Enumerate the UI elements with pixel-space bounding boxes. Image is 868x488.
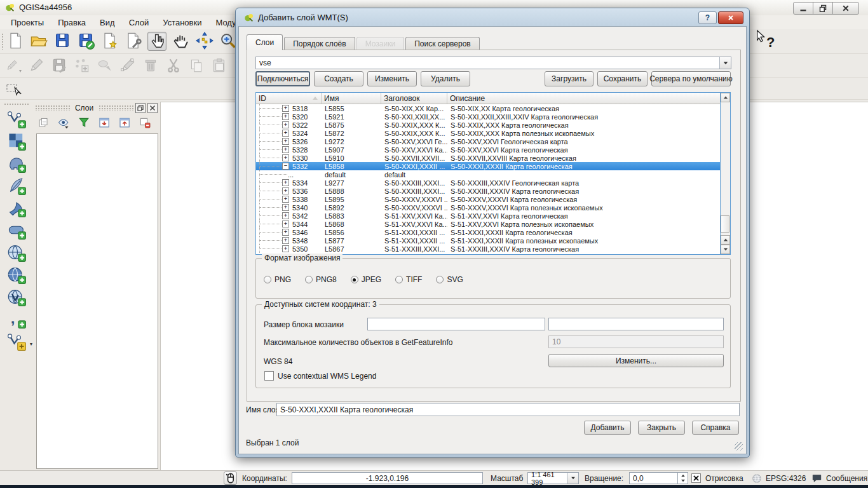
tab-layers[interactable]: Слои xyxy=(247,34,283,50)
help-dialog-button[interactable]: Справка xyxy=(692,421,739,435)
expand-node-icon[interactable]: + xyxy=(282,229,289,236)
expand-node-icon[interactable]: + xyxy=(282,220,289,227)
table-row-layer-5342[interactable]: +5342L5883S-51-XXV,XXVI Ка...S-51-XXV,XX… xyxy=(256,212,720,220)
menu-item-projects[interactable]: Проекты xyxy=(4,17,51,29)
restore-window-button[interactable] xyxy=(813,2,833,15)
add-raster-layer-button[interactable] xyxy=(7,132,26,151)
panel-drag-area[interactable] xyxy=(98,105,133,111)
dialog-help-button[interactable]: ? xyxy=(698,11,717,24)
radio-icon[interactable] xyxy=(395,276,403,283)
table-row-layer-5348[interactable]: +5348L5877S-51-XXXI,XXXII ...S-51-XXXI,X… xyxy=(256,236,720,245)
minimize-window-button[interactable] xyxy=(793,2,813,15)
table-row-layer-5330[interactable]: +5330L5910S-50-XXVII,XXVII...S-50-XXVII,… xyxy=(256,154,720,162)
touch-zoom-and-pan-button[interactable] xyxy=(147,32,166,51)
collapse-node-icon[interactable]: − xyxy=(282,163,289,170)
table-row-layer-5332[interactable]: −5332L5858S-50-XXXI,XXXII ...S-50-XXXI,X… xyxy=(256,162,720,170)
format-radio-png[interactable]: PNG xyxy=(264,275,291,284)
server-connection-select[interactable]: vse xyxy=(255,57,731,69)
add-oracle-layer-button[interactable] xyxy=(7,220,26,240)
tab-server-search[interactable]: Поиск серверов xyxy=(405,37,480,50)
table-row-layer-5346[interactable]: +5346L5856S-51-XXXI,XXXII ...S-51-XXXI,X… xyxy=(256,228,720,236)
toggle-editing-button[interactable] xyxy=(28,57,44,74)
table-row-layer-5344[interactable]: +5344L5868S-51-XXV,XXVI Ка...S-51-XXV,XX… xyxy=(256,220,720,228)
expand-node-icon[interactable]: + xyxy=(282,245,289,252)
table-row-layer-5338[interactable]: +5338L5895S-50-XXXV,XXXVI ...S-50-XXXV,X… xyxy=(256,195,720,203)
expand-all-button[interactable] xyxy=(98,117,111,129)
render-checkbox[interactable] xyxy=(691,473,701,483)
add-wcs-layer-button[interactable] xyxy=(7,265,26,284)
table-row-layer-5320[interactable]: +5320L5921S-50-XXI,XXII,XX...S-50-XXI,XX… xyxy=(256,112,720,121)
expand-node-icon[interactable]: + xyxy=(282,121,289,128)
table-row-layer-5318[interactable]: +5318L5855S-50-XIX,XX Кар...S-50-XIX,XX … xyxy=(256,104,720,112)
save-project-button[interactable] xyxy=(53,32,71,50)
new-shapefile-layer-button[interactable]: ▾ xyxy=(7,332,26,351)
format-radio-svg[interactable]: SVG xyxy=(436,275,463,284)
toolbar-handle[interactable] xyxy=(4,103,29,105)
coordinate-capture-button[interactable] xyxy=(224,471,237,485)
load-servers-button[interactable]: Загрузить xyxy=(545,71,593,86)
add-delimited-text-layer-button[interactable]: , xyxy=(7,309,26,329)
expand-node-icon[interactable]: + xyxy=(282,196,289,203)
expand-node-icon[interactable]: + xyxy=(282,179,289,186)
node-tool-button[interactable] xyxy=(119,57,136,74)
layers-tree-area[interactable] xyxy=(36,133,158,469)
panel-drag-area[interactable] xyxy=(35,105,70,111)
rotation-spinbox[interactable]: 0,0 xyxy=(629,472,688,484)
close-dialog-button[interactable]: Закрыть xyxy=(638,421,685,435)
add-postgis-layer-button[interactable] xyxy=(7,154,26,173)
layer-name-input[interactable]: S-50-XXXI,XXXII Карта геологическая xyxy=(276,403,740,416)
new-button[interactable]: Создать xyxy=(314,71,363,86)
open-project-button[interactable] xyxy=(30,32,48,50)
tab-tilesets[interactable]: Мозаики xyxy=(356,37,405,50)
new-project-button[interactable] xyxy=(6,32,24,50)
chevron-down-icon[interactable] xyxy=(719,57,731,69)
copy-features-button[interactable] xyxy=(188,57,205,74)
add-vector-layer-button[interactable] xyxy=(7,109,26,128)
toolbar-handle[interactable] xyxy=(1,33,4,50)
table-row-layer-5340[interactable]: +5340L5892S-50-XXXV,XXXVI ...S-50-XXXV,X… xyxy=(256,203,720,212)
table-row-layer-5334[interactable]: +5334L9277S-50-XXXIII,XXXI...S-50-XXXIII… xyxy=(256,179,720,187)
crs-status-button[interactable]: EPSG:4326 xyxy=(752,471,806,485)
expand-node-icon[interactable]: + xyxy=(282,237,289,244)
scroll-down-button[interactable] xyxy=(721,245,730,254)
table-row-layer-5326[interactable]: +5326L9272S-50-XXV,XXVI Ге...S-50-XXV,XX… xyxy=(256,137,720,146)
save-layer-edits-button[interactable] xyxy=(51,57,67,74)
default-servers-servers-button[interactable]: Сервера по умолчанию xyxy=(651,71,731,86)
expand-node-icon[interactable]: + xyxy=(282,113,289,120)
scroll-up-button-bottom[interactable] xyxy=(721,235,730,245)
scale-select[interactable]: 1:1 461 399 xyxy=(527,472,579,484)
add-spatialite-layer-button[interactable] xyxy=(7,176,26,195)
scrollbar-thumb[interactable] xyxy=(721,215,729,233)
add-feature-button[interactable] xyxy=(74,57,90,74)
remove-layer-button[interactable] xyxy=(139,117,151,129)
format-radio-tiff[interactable]: TIFF xyxy=(395,275,422,284)
pan-map-button[interactable] xyxy=(172,32,190,50)
radio-icon[interactable] xyxy=(264,276,271,283)
add-group-button[interactable] xyxy=(37,117,50,129)
add-wms-layer-button[interactable] xyxy=(7,243,26,262)
close-window-button[interactable] xyxy=(832,2,859,15)
current-edits-button[interactable]: ▾ xyxy=(5,57,22,74)
menu-item-view[interactable]: Вид xyxy=(93,17,122,29)
change-crs-button[interactable]: Изменить... xyxy=(548,354,724,367)
menu-item-edit[interactable]: Правка xyxy=(51,17,93,29)
resize-grip[interactable] xyxy=(735,442,743,451)
add-wfs-layer-button[interactable] xyxy=(7,287,26,306)
add-dialog-button[interactable]: Добавить xyxy=(584,421,631,435)
feature-limit-input[interactable]: 10 xyxy=(548,336,724,348)
tile-width-input[interactable] xyxy=(367,318,545,330)
menu-item-settings[interactable]: Установки xyxy=(156,17,208,29)
column-header-id[interactable]: ID xyxy=(256,93,322,104)
table-row-style-child[interactable]: ...defaultdefault xyxy=(256,170,720,179)
coordinates-input[interactable]: -1.923,0.196 xyxy=(292,472,483,484)
expand-node-icon[interactable]: + xyxy=(282,146,289,153)
radio-icon[interactable] xyxy=(351,276,358,283)
messages-button[interactable]: Сообщения xyxy=(811,471,867,485)
move-feature-button[interactable] xyxy=(97,57,113,74)
table-row-layer-5322[interactable]: +5322L5875S-50-XXIX,XXX К...S-50-XXIX,XX… xyxy=(256,121,720,129)
expand-node-icon[interactable]: + xyxy=(282,187,289,194)
expand-node-icon[interactable]: + xyxy=(282,105,289,112)
expand-node-icon[interactable]: + xyxy=(282,204,289,211)
save-servers-button[interactable]: Сохранить xyxy=(597,71,648,86)
table-row-layer-5324[interactable]: +5324L5872S-50-XXIX,XXX К...S-50-XXIX,XX… xyxy=(256,129,720,137)
